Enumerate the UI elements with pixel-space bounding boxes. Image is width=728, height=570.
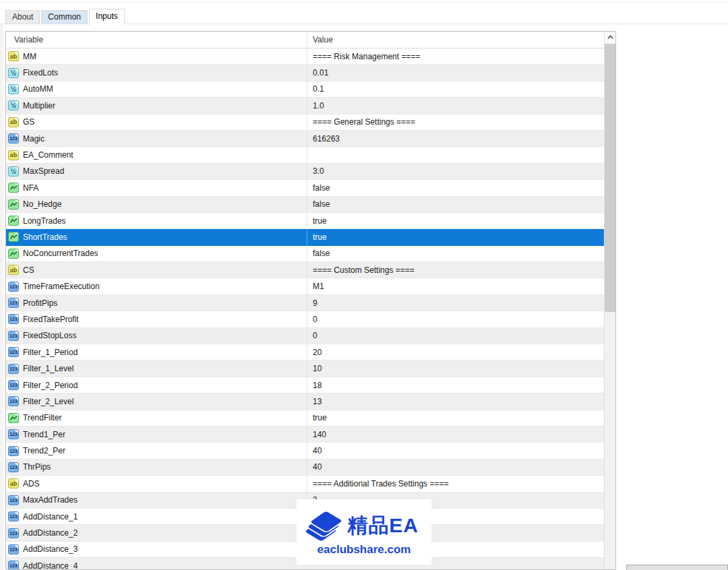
table-row[interactable]: 123Trend2_Per40	[6, 443, 604, 459]
variable-cell: abEA_Comment	[6, 147, 307, 162]
string-type-icon: ab	[8, 265, 19, 275]
table-row[interactable]: abADS==== Additional Trades Settings ===…	[6, 476, 604, 492]
value-cell[interactable]: 1.0	[307, 98, 604, 113]
table-row[interactable]: 123Filter_2_Level13	[6, 393, 604, 410]
value-cell[interactable]: 0	[307, 311, 604, 327]
variable-cell: 123Filter_1_Period	[6, 344, 307, 360]
value-cell[interactable]: 40	[307, 443, 604, 458]
variable-name: LongTrades	[23, 216, 66, 226]
watermark-site-link[interactable]: eaclubshare.com	[317, 544, 411, 555]
table-row[interactable]: 123TimeFrameExecutionM1	[6, 278, 604, 294]
variable-name: AutoMM	[23, 84, 53, 94]
table-row[interactable]: No_Hedgefalse	[6, 197, 604, 213]
value-cell[interactable]: true	[307, 229, 604, 245]
value-cell[interactable]: false	[307, 197, 604, 212]
table-row[interactable]: 123FixedTakeProfit0	[6, 311, 604, 327]
value-cell[interactable]: 13	[307, 393, 604, 409]
value-cell[interactable]: true	[307, 410, 604, 426]
variable-cell: LongTrades	[6, 213, 307, 228]
value-cell[interactable]: ==== Custom Settings ====	[307, 262, 604, 278]
vertical-scrollbar[interactable]	[604, 32, 615, 569]
value-cell[interactable]: 10	[307, 360, 604, 376]
variable-cell: 123AddDistance_2	[6, 525, 307, 540]
variable-name: Filter_1_Level	[23, 364, 73, 373]
bool-type-icon	[8, 232, 19, 242]
value-cell[interactable]: ==== Risk Management ====	[307, 49, 604, 64]
value-cell[interactable]: 18	[307, 377, 604, 393]
string-type-icon: ab	[8, 150, 19, 160]
column-header-variable[interactable]: Variable	[6, 32, 307, 48]
variable-cell: 123Filter_2_Period	[6, 377, 307, 393]
variable-name: TimeFrameExecution	[23, 282, 100, 291]
int-type-icon: 123	[8, 133, 19, 144]
table-row[interactable]: ½Multiplier1.0	[6, 98, 604, 114]
table-row[interactable]: abEA_Comment	[6, 147, 604, 163]
bool-type-icon	[8, 216, 19, 226]
variable-cell: 123TimeFrameExecution	[6, 278, 307, 294]
variable-name: ADS	[23, 479, 40, 488]
value-cell[interactable]: true	[307, 213, 604, 228]
int-type-icon: 123	[8, 282, 19, 292]
value-cell[interactable]: 0.1	[307, 82, 604, 97]
variable-name: AddDistance_3	[23, 544, 78, 554]
variable-name: Filter_2_Period	[23, 381, 78, 390]
variable-cell: 123FixedStopLoss	[6, 328, 307, 344]
table-row[interactable]: 123Trend1_Per140	[6, 426, 604, 443]
variable-cell: 123ThrPips	[6, 460, 307, 475]
value-cell[interactable]: 20	[307, 344, 604, 360]
table-row[interactable]: abCS==== Custom Settings ====	[6, 262, 604, 278]
value-cell[interactable]: 616263	[307, 131, 604, 146]
int-type-icon: 123	[8, 511, 19, 521]
scroll-up-button[interactable]	[605, 32, 615, 43]
table-row[interactable]: 123FixedStopLoss0	[6, 328, 604, 344]
value-cell[interactable]: ==== Additional Trades Settings ====	[307, 476, 604, 491]
value-cell[interactable]: 9	[307, 295, 604, 311]
tab-common[interactable]: Common	[41, 10, 88, 24]
variable-name: EA_Comment	[23, 150, 73, 160]
tab-inputs[interactable]: Inputs	[89, 9, 125, 25]
table-row[interactable]: abGS==== General Settings ====	[6, 115, 604, 131]
table-row[interactable]: ½MaxSpread3.0	[6, 164, 604, 180]
table-row[interactable]: NoConcurrentTradesfalse	[6, 246, 604, 262]
value-cell[interactable]	[307, 147, 604, 162]
table-row[interactable]: 123Filter_2_Period18	[6, 377, 604, 393]
value-cell[interactable]: false	[307, 180, 604, 195]
variable-cell: ½MaxSpread	[6, 164, 307, 179]
table-row[interactable]: 123Filter_1_Period20	[6, 344, 604, 360]
tab-about[interactable]: About	[5, 10, 40, 24]
value-cell[interactable]: 0.01	[307, 65, 604, 80]
table-row[interactable]: TrendFiltertrue	[6, 410, 604, 426]
value-cell[interactable]: 0	[307, 328, 604, 344]
column-header-value[interactable]: Value	[307, 32, 604, 48]
table-row[interactable]: ½AutoMM0.1	[6, 82, 604, 98]
value-cell[interactable]: false	[307, 246, 604, 261]
value-cell[interactable]: 140	[307, 426, 604, 442]
table-row[interactable]: 123ProfitPips9	[6, 295, 604, 311]
scrollbar-thumb[interactable]	[605, 44, 615, 312]
table-row[interactable]: ½FixedLots0.01	[6, 65, 604, 81]
variable-name: AddDistance_2	[23, 528, 78, 538]
partial-button-bottom-right[interactable]	[626, 565, 728, 570]
table-row[interactable]: 123Filter_1_Level10	[6, 360, 604, 377]
table-row[interactable]: LongTradestrue	[6, 213, 604, 229]
table-row[interactable]: NFAfalse	[6, 180, 604, 196]
double-type-icon: ½	[8, 166, 19, 177]
zigzag-line-glyph	[10, 415, 18, 421]
int-type-icon: 123	[8, 528, 19, 538]
variable-cell: TrendFilter	[6, 410, 307, 426]
table-row[interactable]: abMM==== Risk Management ====	[6, 49, 604, 65]
variable-name: Magic	[23, 134, 44, 144]
variable-cell: 123AddDistance_1	[6, 509, 307, 524]
variable-cell: ShortTrades	[6, 229, 307, 245]
value-cell[interactable]: ==== General Settings ====	[307, 115, 604, 130]
value-cell[interactable]: M1	[307, 278, 604, 294]
table-row[interactable]: ShortTradestrue	[6, 229, 604, 245]
variable-name: Multiplier	[23, 101, 55, 110]
zigzag-line-glyph	[10, 218, 18, 224]
int-type-icon: 123	[8, 314, 19, 324]
value-cell[interactable]: 40	[307, 460, 604, 475]
value-cell[interactable]: 3.0	[307, 164, 604, 179]
table-row[interactable]: 123ThrPips40	[6, 460, 604, 476]
variable-name: AddDistance_1	[23, 512, 78, 521]
table-row[interactable]: 123Magic616263	[6, 131, 604, 147]
